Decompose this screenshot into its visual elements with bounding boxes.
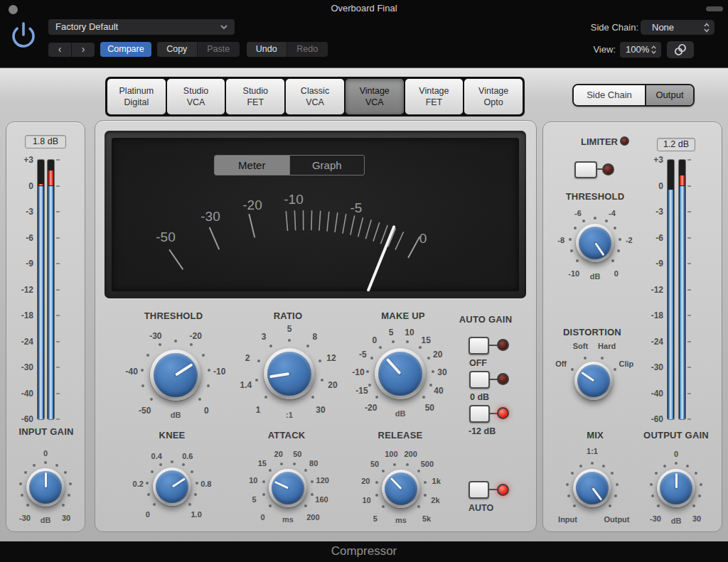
output-gain-readout: 1.2 dB [657, 138, 695, 151]
paste-button[interactable]: Paste [197, 42, 240, 57]
preset-nav: ‹ › [48, 43, 95, 57]
side-chain-label: Side Chain: [555, 22, 638, 33]
meter-scale-label: -40 [635, 389, 663, 399]
knob-tick-dot [422, 396, 425, 399]
knob-scale-label: -30 [19, 514, 31, 522]
knob-tick-dot [33, 464, 36, 467]
undo-button[interactable]: Undo [247, 42, 287, 57]
display-mode-toggle: Meter Graph [214, 155, 365, 175]
knob-tick-dot [19, 482, 22, 485]
power-button[interactable] [9, 17, 38, 51]
knob-tick-dot [182, 463, 185, 466]
knob-tick-dot [602, 465, 605, 468]
auto-gain-0db-button[interactable] [469, 371, 490, 389]
auto-gain-minus12-label: -12 dB [469, 426, 496, 436]
circuit-tab-vintage-vca[interactable]: VintageVCA [346, 79, 404, 114]
title-bar: Overboard Final Factory Default ‹ › Comp… [0, 0, 728, 67]
meter-scale-label: -18 [6, 310, 33, 320]
circuit-tab-studio-fet[interactable]: StudioFET [226, 79, 284, 114]
view-zoom-value: 100% [626, 44, 649, 55]
knob-tick-dot [650, 483, 653, 486]
meter-tick [687, 289, 691, 291]
copy-button[interactable]: Copy [157, 42, 197, 57]
meter-scale-label: -60 [635, 414, 663, 424]
meter-tick [687, 263, 691, 264]
knob-scale-label: 200 [306, 513, 319, 522]
limiter-title: LIMITER [543, 136, 618, 147]
knob-scale-label: 2k [431, 496, 439, 504]
circuit-tab-classic-vca[interactable]: ClassicVCA [286, 79, 344, 114]
toggle-side-chain[interactable]: Side Chain [574, 85, 645, 105]
knob-scale-label: 50 [425, 403, 434, 413]
knob-scale-label: 1k [432, 477, 441, 485]
knob-scale-label: -30 [650, 514, 661, 523]
release-title: RELEASE [378, 430, 423, 441]
knob-scale-label: -5 [359, 350, 367, 360]
auto-gain-off-button[interactable] [469, 337, 489, 355]
knob-tick-dot [375, 494, 378, 497]
knob-unit-label: dB [171, 411, 181, 419]
link-button[interactable] [667, 41, 694, 58]
circuit-tab-vintage-fet[interactable]: VintageFET [405, 79, 464, 114]
meter-scale-label: -30 [635, 362, 663, 372]
ratio-title: RATIO [274, 310, 302, 321]
knob-tick-dot [609, 504, 611, 507]
knob-tick-dot [392, 340, 395, 343]
side-chain-select[interactable]: None [641, 20, 714, 35]
knob-scale-label: 20 [328, 380, 337, 390]
input-panel: 1.8 dB +30-3-6-9-12-18-24-30-40-60 INPUT… [6, 121, 85, 532]
meter-tick [687, 159, 691, 161]
view-label: View: [562, 44, 616, 55]
redo-button[interactable]: Redo [287, 42, 328, 57]
knob-tick-dot [159, 463, 162, 466]
meter-tick [56, 237, 60, 239]
meter-tick [687, 418, 691, 420]
circuit-tab-vintage-opto[interactable]: VintageOpto [464, 79, 523, 114]
meter-scale-label: -6 [6, 233, 33, 243]
knob-scale-label: -10 [213, 367, 225, 377]
tab-graph[interactable]: Graph [289, 156, 365, 175]
meter-bar [38, 160, 44, 419]
knob-scale-label: 5 [389, 328, 394, 337]
knob-scale-label: 10 [249, 476, 257, 485]
circuit-tab-platinum-digital[interactable]: PlatinumDigital [107, 79, 166, 114]
knob-scale-label: 5 [373, 514, 378, 523]
knob-tick-dot [304, 504, 307, 507]
knob-tick-dot [406, 340, 409, 343]
knob-scale-label: 40 [434, 386, 443, 396]
vu-screen: -50-30-20-10-50 Meter Graph [112, 138, 519, 291]
meter-tick [687, 393, 691, 394]
auto-gain-minus12-button[interactable] [469, 405, 490, 423]
knob-tick-dot [146, 354, 149, 357]
tab-meter[interactable]: Meter [215, 156, 289, 175]
preset-selector[interactable]: Factory Default [48, 19, 235, 35]
knob-unit-label: dB [41, 516, 51, 524]
knob-tick-dot [424, 494, 427, 497]
preset-back-button[interactable]: ‹ [48, 43, 71, 57]
knob-tick-dot [69, 482, 72, 485]
circuit-tab-label: VCA [306, 97, 324, 108]
knob-tick-dot [202, 354, 205, 357]
vu-scale-label: -5 [350, 200, 363, 215]
auto-release-button[interactable] [469, 481, 489, 499]
vu-scale-label: -20 [242, 198, 262, 212]
compare-button[interactable]: Compare [100, 42, 151, 57]
meter-scale-label: -9 [6, 259, 33, 269]
compressor-panel: -50-30-20-10-50 Meter Graph THRESHOLD RA… [95, 120, 537, 532]
knob-tick-dot [68, 494, 70, 497]
toggle-output[interactable]: Output [645, 85, 693, 105]
knob-scale-label: 10 [362, 496, 370, 504]
knob-scale-label: 10 [405, 328, 414, 337]
knob-tick-dot [194, 493, 197, 496]
circuit-tab-label: Studio [243, 85, 268, 97]
knob-tick-dot [64, 471, 67, 474]
meter-tick [56, 185, 60, 187]
distortion-title: DISTORTION [563, 327, 621, 337]
knob-scale-label: 50 [293, 450, 301, 458]
knob-scale-label: 0.2 [133, 480, 144, 488]
knob-scale-label: 5 [287, 324, 292, 334]
preset-forward-button[interactable]: › [71, 43, 95, 57]
view-zoom-select[interactable]: 100% [620, 42, 661, 58]
knob-tick-dot [695, 472, 697, 475]
circuit-tab-studio-vca[interactable]: StudioVCA [167, 79, 225, 114]
